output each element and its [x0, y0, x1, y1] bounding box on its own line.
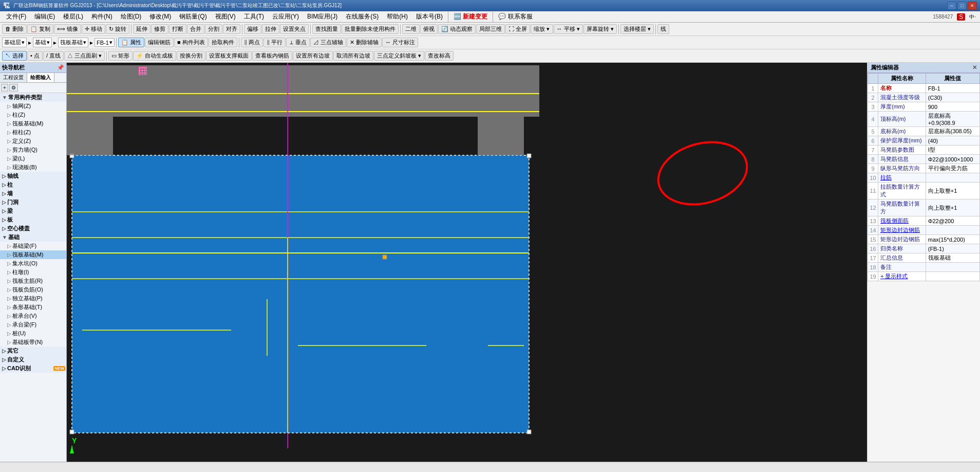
- btn-component-list[interactable]: ■ 构件列表: [174, 38, 208, 47]
- tree-item-20[interactable]: ▷ 柱墩(I): [0, 268, 66, 277]
- tree-item-17[interactable]: ▷ 基础梁(F): [0, 242, 66, 250]
- tree-item-14[interactable]: ▷ 板: [0, 215, 66, 224]
- btn-batchdel[interactable]: 批量删除未使用构件: [342, 24, 399, 34]
- prop-value-0[interactable]: FB-1: [926, 84, 979, 93]
- btn-dim[interactable]: ↔ 尺寸标注: [382, 38, 418, 47]
- menu-tools[interactable]: 工具(T): [240, 11, 268, 22]
- prop-value-4[interactable]: 层底标高(308.05): [926, 127, 979, 136]
- btn-selectfloor[interactable]: 选择楼层 ▾: [620, 24, 654, 34]
- menu-view[interactable]: 视图(V): [211, 11, 240, 22]
- btn-set-section[interactable]: 设置板支撑截面: [206, 51, 252, 61]
- btn-del-aux[interactable]: ✕ 删除辅轴: [347, 38, 382, 47]
- btn-merge[interactable]: 合并: [187, 24, 204, 34]
- tree-item-4[interactable]: ▷ 框柱(Z): [0, 128, 66, 137]
- menu-bim[interactable]: BIM应用(J): [303, 11, 342, 22]
- btn-zoom[interactable]: 缩放 ▾: [531, 24, 553, 34]
- tree-item-29[interactable]: ▷ 其它: [0, 347, 66, 355]
- prop-value-3[interactable]: 层底标高+0.9(308.9: [926, 112, 979, 127]
- type-selector[interactable]: 基础 ▾: [33, 38, 52, 47]
- btn-select[interactable]: ↖ 选择: [2, 51, 27, 61]
- minimize-button[interactable]: ─: [947, 2, 956, 10]
- prop-value-9[interactable]: [926, 173, 979, 183]
- btn-pick[interactable]: 拾取构件: [209, 38, 237, 47]
- tree-item-11[interactable]: ▷ 墙: [0, 189, 66, 198]
- tree-item-31[interactable]: ▷ CAD识别 NEW: [0, 364, 66, 373]
- prop-value-16[interactable]: 筏板基础: [926, 253, 979, 263]
- tree-item-16[interactable]: ▼ 基础: [0, 233, 66, 242]
- tree-item-7[interactable]: ▷ 梁(L): [0, 154, 66, 163]
- tree-item-12[interactable]: ▷ 门洞: [0, 198, 66, 207]
- btn-delete[interactable]: 🗑 删除: [2, 24, 27, 34]
- btn-cancel-all-slope[interactable]: 取消所有边坡: [333, 51, 373, 61]
- tree-item-18[interactable]: ▷ 筏板基础(M): [0, 250, 66, 259]
- btn-split2[interactable]: 按换分割: [177, 51, 205, 61]
- floor-selector[interactable]: 基础层 ▾: [2, 38, 27, 47]
- prop-name-9[interactable]: 拉筋: [878, 173, 926, 183]
- tree-item-3[interactable]: ▷ 筏板基础(M): [0, 119, 66, 128]
- btn-view[interactable]: 俯视: [420, 24, 438, 34]
- maximize-button[interactable]: □: [957, 2, 967, 10]
- menu-modify[interactable]: 修改(M): [145, 11, 175, 22]
- btn-parallel[interactable]: ∥ 平行: [263, 38, 286, 47]
- tree-item-15[interactable]: ▷ 空心楼盖: [0, 224, 66, 233]
- btn-copy[interactable]: 📋 复制: [27, 24, 53, 34]
- btn-2d[interactable]: 二维: [402, 24, 420, 34]
- menu-rebar[interactable]: 钢筋量(Q): [175, 11, 211, 22]
- prop-value-2[interactable]: 900: [926, 102, 979, 112]
- btn-3pt-slope[interactable]: 三点定义斜坡板 ▾: [374, 51, 424, 61]
- prop-value-15[interactable]: (FB-1): [926, 244, 979, 253]
- sidebar-pin[interactable]: 📌: [57, 64, 64, 71]
- tree-item-19[interactable]: ▷ 集水坑(O): [0, 259, 66, 268]
- prop-value-10[interactable]: 向上取整+1: [926, 183, 979, 199]
- btn-rotate[interactable]: ↻ 旋转: [106, 24, 129, 34]
- prop-value-14[interactable]: max(15*d,200): [926, 235, 979, 244]
- btn-line[interactable]: / 直线: [43, 51, 64, 61]
- btn-extend[interactable]: 延伸: [133, 24, 150, 34]
- menu-help[interactable]: 帮助(H): [383, 11, 412, 22]
- btn-view-rebar[interactable]: 查看板内钢筋: [252, 51, 292, 61]
- btn-break[interactable]: 打断: [169, 24, 186, 34]
- tree-item-22[interactable]: ▷ 筏板负筋(O): [0, 285, 66, 294]
- btn-set-all-slope[interactable]: 设置所有边坡: [293, 51, 333, 61]
- tree-item-5[interactable]: ▷ 定义(Z): [0, 137, 66, 146]
- btn-split[interactable]: 分割: [205, 24, 222, 34]
- btn-lines[interactable]: 线: [657, 24, 669, 34]
- menu-edit[interactable]: 编辑(E): [30, 11, 59, 22]
- prop-name-13[interactable]: 矩形边封边钢筋: [878, 226, 926, 235]
- tree-item-0[interactable]: ▼ 常用构件类型: [0, 93, 66, 102]
- menu-new-change[interactable]: 🆕 新建变更: [449, 11, 492, 22]
- btn-checkrebar[interactable]: 查找图量: [312, 24, 341, 34]
- tree-item-25[interactable]: ▷ 桩承台(V): [0, 312, 66, 320]
- btn-align[interactable]: 对齐: [223, 24, 240, 34]
- menu-cloud[interactable]: 云应用(Y): [268, 11, 303, 22]
- btn-setgrip[interactable]: 设置夹点: [280, 24, 309, 34]
- tree-item-24[interactable]: ▷ 条形基础(T): [0, 303, 66, 312]
- prop-value-12[interactable]: Φ22@200: [926, 216, 979, 226]
- btn-point[interactable]: • 点: [27, 51, 43, 61]
- btn-edit-rebar[interactable]: 编辑钢筋: [145, 38, 174, 47]
- tree-item-23[interactable]: ▷ 独立基础(P): [0, 294, 66, 303]
- menu-floor[interactable]: 楼层(L): [59, 11, 87, 22]
- prop-value-13[interactable]: [926, 226, 979, 235]
- btn-mirror[interactable]: ⟺ 镜像: [54, 24, 81, 34]
- canvas-area[interactable]: Y: [67, 63, 867, 462]
- subtype-selector[interactable]: 筏板基础 ▾: [58, 38, 88, 47]
- tree-item-2[interactable]: ▷ 柱(Z): [0, 111, 66, 119]
- btn-fullscreen[interactable]: ⛶ 全屏: [505, 24, 530, 34]
- prop-name-18[interactable]: + 显示样式: [878, 272, 926, 281]
- btn-autogen[interactable]: ⚡ 自动生成板: [133, 51, 176, 61]
- menu-draw[interactable]: 绘图(D): [117, 11, 146, 22]
- tree-item-1[interactable]: ▷ 轴网(Z): [0, 102, 66, 111]
- btn-3ptface[interactable]: △ 三点面刷 ▾: [64, 51, 105, 61]
- prop-value-6[interactable]: I型: [926, 146, 979, 155]
- btn-dynamic3d[interactable]: 🔄 动态观察: [438, 24, 476, 34]
- close-button[interactable]: ✕: [968, 2, 977, 10]
- prop-value-5[interactable]: (40): [926, 136, 979, 146]
- prop-value-1[interactable]: (C30): [926, 93, 979, 102]
- menu-file[interactable]: 文件(F): [2, 11, 30, 22]
- props-close[interactable]: ✕: [972, 64, 977, 71]
- prop-value-11[interactable]: 向上取整+1: [926, 199, 979, 216]
- tree-item-27[interactable]: ▷ 桩(U): [0, 329, 66, 338]
- prop-value-8[interactable]: 平行偏向受力筋: [926, 164, 979, 173]
- tree-item-28[interactable]: ▷ 基础板带(N): [0, 338, 66, 347]
